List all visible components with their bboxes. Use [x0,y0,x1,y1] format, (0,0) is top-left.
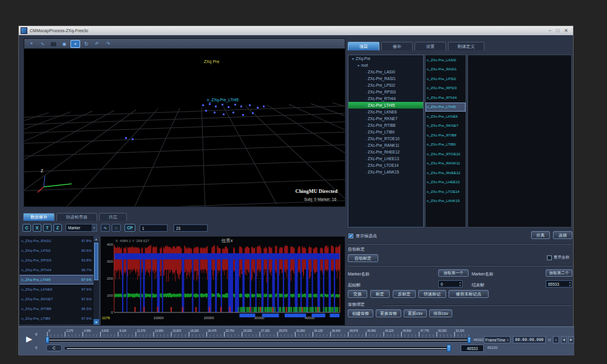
tree-item[interactable]: ·ZXc-Pre_LANK15 [348,169,423,175]
unit-dropdown[interactable]: ▼ [553,336,559,343]
marker-list-item[interactable]: n_ZXc-Pre_LTHI5 [426,103,466,112]
titlebar[interactable]: CMMocapProcess-ZXq-Free3c −□✕ [19,26,573,35]
undo-icon[interactable]: ↶ [92,40,102,48]
skeleton-button-2[interactable]: 更新csv [404,309,427,317]
spinner-arrows-icon[interactable]: ▲▼ [569,281,571,287]
trajectory-row[interactable]: n_ZXq-Pre_RKNE797.6% [19,294,93,304]
viewport-canvas[interactable]: ZXq Pre n_ZXq-Pre_LTHI5 ChingMU Directed… [24,49,345,206]
trajectory-row[interactable]: n_ZXq-Pre_RPSI393.8% [19,255,93,265]
tree-item[interactable]: ·ZXc-Pre_RTIB8 [348,122,423,129]
tab-数据修补[interactable]: 数据修补 [23,213,55,221]
connect-button[interactable]: 连接 [553,231,572,239]
step-back-button[interactable]: ◂ [561,336,567,343]
locate-icon[interactable]: ⌖ [27,40,36,48]
toggle-z-button[interactable]: Z [53,224,62,232]
frame-range-track[interactable] [46,339,471,342]
tree-item[interactable]: ·ZXc-Pre_RPSI3 [348,89,423,95]
marker-list-item[interactable]: n_ZXc-Pre_LKNE6 [426,112,466,121]
range-end-handle[interactable] [467,337,471,343]
zoom-range-handle[interactable] [447,345,451,352]
marker-tree[interactable]: ▼ZXq-Pre▼root·ZXc-Pre_LASI0·ZXc-Pre_RASI… [348,55,424,228]
action-button-3[interactable]: 快速标记 [418,290,446,298]
marker-list-item[interactable]: n_ZXc-Pre_LTIB9 [426,140,466,150]
scroll-down-icon[interactable]: ▼ [93,319,99,325]
end-frame-spinner[interactable]: 65533 ▲▼ [546,280,572,288]
trajectory-row[interactable]: n_ZXq-Pre_RTIB896.5% [19,304,93,314]
play-button[interactable]: ▶ [22,332,36,345]
action-button-2[interactable]: 反标定 [393,290,416,298]
range-start-handle[interactable] [46,337,49,343]
marker-list-item[interactable]: n_ZXc-Pre_RPSI3 [426,84,466,93]
tree-item[interactable]: ·ZXc-Pre_RTOE10 [348,135,423,142]
marker-list-item[interactable]: n_ZXc-Pre_LPSI2 [426,74,466,84]
tree-item[interactable]: ·ZXc-Pre_LASI0 [348,69,423,75]
marker-list-item[interactable]: n_ZXc-Pre_LANK15 [426,197,466,206]
marker-list-item[interactable]: n_ZXc-Pre_RHEE12 [426,168,466,178]
tab-设置[interactable]: 设置 [415,42,446,50]
marker-pair-icon[interactable]: ▮▮ [49,40,58,48]
tab-刚体定义[interactable]: 刚体定义 [448,42,484,50]
tab-日志[interactable]: 日志 [99,213,127,221]
tab-项目[interactable]: 项目 [348,42,379,50]
time-display[interactable]: 00:00:00.000 [513,336,546,343]
close-button[interactable]: ✕ [564,28,568,34]
action-button-1[interactable]: 标定 [370,290,390,298]
tree-group[interactable]: ▼root [348,62,423,69]
skeleton-button-1[interactable]: 更换骨骼 [376,309,401,317]
tree-item[interactable]: ·ZXc-Pre_LTOE14 [348,162,423,169]
auto-label-button[interactable]: 自动标定 [348,254,378,262]
zoom-value-input[interactable]: 46533 [461,345,484,352]
pick-second-button[interactable]: 拾取第二个 [546,269,572,277]
tree-item[interactable]: ·ZXc-Pre_LPSI2 [348,82,423,89]
trajectory-row[interactable]: n_ZXq-Pre_LKNE697.6% [19,285,93,294]
tree-item[interactable]: ·ZXc-Pre_RKNE7 [348,115,423,122]
spinner-arrows-icon[interactable]: ▲▼ [459,281,461,287]
separate-button[interactable]: 分离 [531,231,550,239]
trajectory-row[interactable]: n_ZXq-Pre_RTHI496.7% [19,265,93,275]
tree-item[interactable]: ·ZXc-Pre_RTHI4 [348,95,423,102]
skeleton-button-3[interactable]: 保存csv [429,309,452,317]
step-forward-button[interactable]: ▸ [568,336,574,343]
tree-item[interactable]: ·ZXc-Pre_LHEE13 [348,155,423,162]
tree-expand-icon[interactable]: ▼ [351,57,354,61]
trajectory-row[interactable]: n_ZXq-Pre_LPSI290.6% [19,246,93,255]
toggle-c-button[interactable]: C [22,224,31,232]
marker-list-item[interactable]: n_ZXc-Pre_RTOE10 [426,149,466,159]
marker-name-list[interactable]: n_ZXc-Pre_LASI0n_ZXc-Pre_RASI1n_ZXc-Pre_… [425,55,466,228]
tree-item[interactable]: ·ZXc-Pre_RASI1 [348,75,423,82]
tree-item[interactable]: ·ZXc-Pre_RHEE12 [348,149,423,155]
toggle-t-button[interactable]: T [43,224,52,232]
redo-icon[interactable]: ↷ [103,40,113,48]
list-scrollbar[interactable]: ▲ ▼ [93,236,99,325]
orbit-icon[interactable]: ↻ [81,40,91,48]
action-button-4[interactable]: 修剪未标记点 [449,290,489,298]
marker-list-item[interactable]: n_ZXc-Pre_LASI0 [426,55,466,65]
range-input[interactable]: 23 [174,224,208,232]
start-frame-spinner[interactable]: 0 ▲▼ [438,280,463,288]
marker-list-item[interactable]: n_ZXc-Pre_RTIB8 [426,130,466,140]
tree-item[interactable]: ·ZXc-Pre_LKNE6 [348,109,423,115]
show-candidates-checkbox[interactable]: ✔ [348,234,353,238]
trajectory-row[interactable]: n_ZXq-Pre_RASI197.8% [19,236,93,246]
spike-icon[interactable]: ∩ [112,224,121,232]
marker-list-item[interactable]: n_ZXc-Pre_LTOE14 [426,187,466,197]
frame-mode-dropdown[interactable]: FrameTime ▼ [484,336,510,343]
scroll-thumb[interactable] [94,243,98,280]
curve-icon[interactable]: ∿ [38,40,47,48]
minimize-button[interactable]: − [549,28,552,34]
tab-修补[interactable]: 修补 [381,42,413,50]
gap-size-input[interactable]: 1 [140,224,168,232]
trajectory-row[interactable]: n_ZXq-Pre_LTHI597.6% [19,275,93,285]
tree-item[interactable]: ·ZXc-Pre_LTIB9 [348,129,423,135]
toggle-x-button[interactable]: X [33,224,41,232]
marker-list-item[interactable]: n_ZXc-Pre_RTHI4 [426,93,466,103]
tree-root[interactable]: ▼ZXq-Pre [348,55,423,62]
pan-icon[interactable]: + [70,40,80,48]
cp-toggle-button[interactable]: CP [124,224,135,232]
scroll-up-icon[interactable]: ▲ [93,236,99,241]
smooth-icon[interactable]: ∿ [101,224,110,232]
marker-list-item[interactable]: n_ZXc-Pre_RASI1 [426,65,466,75]
marker-list-item[interactable]: n_ZXc-Pre_LHEE13 [426,178,466,187]
trajectory-marker-list[interactable]: n_ZXq-Pre_RASI197.8%n_ZXq-Pre_LPSI290.6%… [19,236,93,325]
zoom-range-track[interactable] [65,347,451,349]
